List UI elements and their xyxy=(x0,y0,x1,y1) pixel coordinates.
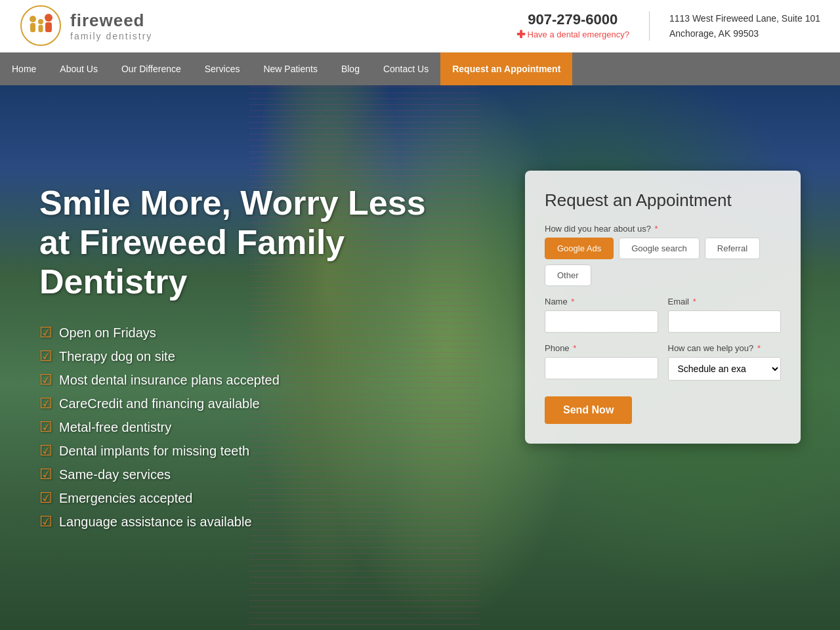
radio-referral[interactable]: Referral xyxy=(705,238,760,259)
radio-options: Google Ads Google search Referral Other xyxy=(545,238,781,286)
checklist-item: ☑Language assistance is available xyxy=(39,513,433,530)
checklist-item: ☑Most dental insurance plans accepted xyxy=(39,371,433,388)
check-icon: ☑ xyxy=(39,442,52,459)
checklist-item: ☑Dental implants for missing teeth xyxy=(39,442,433,459)
name-input[interactable] xyxy=(545,310,658,333)
feature-checklist: ☑Open on Fridays☑Therapy dog on site☑Mos… xyxy=(39,324,433,530)
checklist-item: ☑Same-day services xyxy=(39,466,433,483)
help-label: How can we help you? * xyxy=(668,343,782,353)
logo-text: fireweed family dentistry xyxy=(70,10,152,41)
logo-area[interactable]: fireweed family dentistry xyxy=(20,5,152,47)
nav-request-appointment[interactable]: Request an Appointment xyxy=(440,52,572,85)
svg-point-5 xyxy=(38,19,43,24)
hero-content: Smile More, Worry Less at Fireweed Famil… xyxy=(39,184,433,530)
hero-title: Smile More, Worry Less at Fireweed Famil… xyxy=(39,184,433,301)
logo-icon xyxy=(20,5,62,47)
checklist-item: ☑Open on Fridays xyxy=(39,324,433,341)
svg-point-3 xyxy=(45,14,52,22)
send-button[interactable]: Send Now xyxy=(545,396,632,424)
nav-about-us[interactable]: About Us xyxy=(48,52,110,85)
radio-google-search[interactable]: Google search xyxy=(619,238,700,259)
checklist-item: ☑Emergencies accepted xyxy=(39,490,433,507)
svg-point-1 xyxy=(30,16,36,22)
checklist-item: ☑CareCredit and financing available xyxy=(39,395,433,412)
phone-area: 907-279-6000 ✚ Have a dental emergency? xyxy=(516,11,650,41)
check-icon: ☑ xyxy=(39,348,52,365)
logo-brand: fireweed xyxy=(70,10,152,31)
name-email-row: Name * Email * xyxy=(545,297,781,343)
check-icon: ☑ xyxy=(39,371,52,388)
phone-group: Phone * xyxy=(545,343,658,381)
checklist-item: ☑Therapy dog on site xyxy=(39,348,433,365)
phone-label: Phone * xyxy=(545,343,658,353)
email-input[interactable] xyxy=(668,310,782,333)
radio-other[interactable]: Other xyxy=(545,264,591,286)
hear-about-group: How did you hear about us? * Google Ads … xyxy=(545,224,781,286)
hero-section: Smile More, Worry Less at Fireweed Famil… xyxy=(0,85,840,630)
email-label: Email * xyxy=(668,297,782,306)
emergency-cross-icon: ✚ xyxy=(516,28,525,41)
svg-rect-4 xyxy=(45,22,52,32)
form-title: Request an Appointment xyxy=(545,190,781,211)
checklist-item: ☑Metal-free dentistry xyxy=(39,419,433,436)
name-group: Name * xyxy=(545,297,658,333)
email-group: Email * xyxy=(668,297,782,333)
phone-input[interactable] xyxy=(545,357,658,379)
name-label: Name * xyxy=(545,297,658,306)
nav-services[interactable]: Services xyxy=(193,52,252,85)
radio-google-ads[interactable]: Google Ads xyxy=(545,238,614,259)
nav-blog[interactable]: Blog xyxy=(329,52,371,85)
nav-contact-us[interactable]: Contact Us xyxy=(371,52,440,85)
check-icon: ☑ xyxy=(39,324,52,341)
address-line2: Anchorage, AK 99503 xyxy=(669,26,820,41)
check-icon: ☑ xyxy=(39,395,52,412)
check-icon: ☑ xyxy=(39,419,52,436)
help-select[interactable]: Schedule an exa General inquiry Emergenc… xyxy=(668,357,782,381)
logo-tagline: family dentistry xyxy=(70,31,152,41)
nav-home[interactable]: Home xyxy=(0,52,48,85)
main-nav: Home About Us Our Difference Services Ne… xyxy=(0,52,840,85)
hear-about-label: How did you hear about us? * xyxy=(545,224,781,234)
address-line1: 1113 West Fireweed Lane, Suite 101 xyxy=(669,11,820,26)
emergency-line: ✚ Have a dental emergency? xyxy=(516,28,629,41)
appointment-form: Request an Appointment How did you hear … xyxy=(525,171,801,444)
check-icon: ☑ xyxy=(39,513,52,530)
header-contact: 907-279-6000 ✚ Have a dental emergency? … xyxy=(516,11,821,41)
phone-number[interactable]: 907-279-6000 xyxy=(516,11,629,28)
check-icon: ☑ xyxy=(39,466,52,483)
nav-new-patients[interactable]: New Patients xyxy=(251,52,329,85)
site-header: fireweed family dentistry 907-279-6000 ✚… xyxy=(0,0,840,52)
emergency-text: Have a dental emergency? xyxy=(528,30,629,39)
check-icon: ☑ xyxy=(39,490,52,507)
svg-rect-2 xyxy=(30,23,35,32)
address-area: 1113 West Fireweed Lane, Suite 101 Ancho… xyxy=(669,11,820,41)
nav-our-difference[interactable]: Our Difference xyxy=(110,52,193,85)
svg-rect-6 xyxy=(39,25,43,32)
help-group: How can we help you? * Schedule an exa G… xyxy=(668,343,782,381)
phone-help-row: Phone * How can we help you? * Schedule … xyxy=(545,343,781,391)
